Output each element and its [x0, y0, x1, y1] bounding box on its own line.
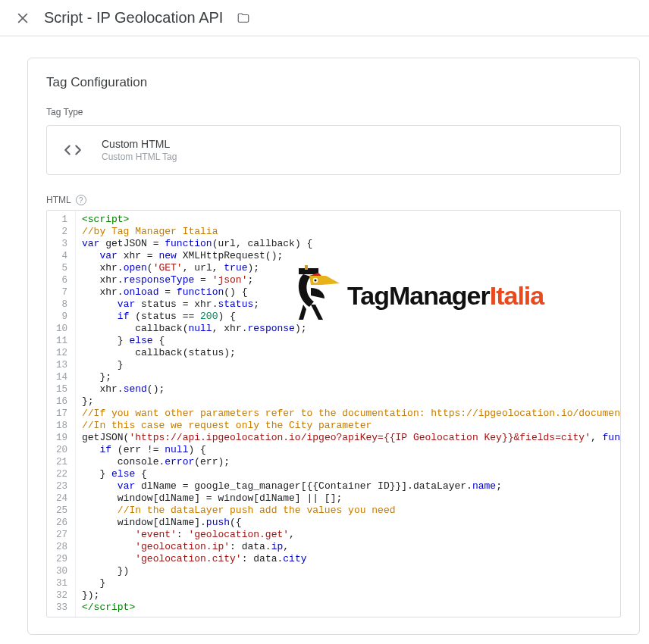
code-line[interactable]: if (status == 200) {: [82, 311, 614, 323]
code-line[interactable]: <script>: [82, 214, 614, 226]
dialog-header: Script - IP Geolocation API: [0, 0, 649, 36]
code-line[interactable]: xhr.send();: [82, 383, 614, 395]
html-code-editor[interactable]: 1234567891011121314151617181920212223242…: [46, 210, 621, 617]
code-line[interactable]: window[dlName].push({: [82, 517, 614, 529]
code-line[interactable]: window[dlName] = window[dlName] || [];: [82, 492, 614, 505]
code-line[interactable]: var getJSON = function(url, callback) {: [82, 238, 614, 250]
tag-configuration-panel: Tag Configuration Tag Type Custom HTML C…: [27, 58, 640, 635]
code-line[interactable]: }: [82, 359, 614, 371]
code-gutter: 1234567891011121314151617181920212223242…: [47, 211, 76, 617]
code-content[interactable]: <script>//by Tag Manager Italiavar getJS…: [76, 211, 620, 617]
code-line[interactable]: xhr.onload = function() {: [82, 286, 614, 299]
code-line[interactable]: }): [82, 565, 614, 577]
code-line[interactable]: }: [82, 577, 614, 589]
code-line[interactable]: };: [82, 371, 614, 383]
code-line[interactable]: //If you want other parameters refer to …: [82, 408, 614, 420]
code-line[interactable]: var dlName = google_tag_manager[{{Contai…: [82, 480, 614, 492]
code-line[interactable]: //In the dataLayer push add the values y…: [82, 505, 614, 517]
code-line[interactable]: 'geolocation.ip': data.ip,: [82, 541, 614, 553]
html-field-label: HTML: [46, 195, 71, 205]
close-icon[interactable]: [15, 11, 30, 26]
code-line[interactable]: console.error(err);: [82, 456, 614, 468]
code-line[interactable]: //by Tag Manager Italia: [82, 226, 614, 238]
folder-icon[interactable]: [237, 11, 250, 25]
code-line[interactable]: });: [82, 589, 614, 602]
tag-type-selector[interactable]: Custom HTML Custom HTML Tag: [46, 125, 621, 175]
code-line[interactable]: xhr.responseType = 'json';: [82, 274, 614, 286]
code-line[interactable]: 'event': 'geolocation.get',: [82, 529, 614, 541]
panel-title: Tag Configuration: [46, 75, 621, 90]
code-line[interactable]: var xhr = new XMLHttpRequest();: [82, 250, 614, 262]
code-brackets-icon: [59, 136, 86, 164]
tag-type-description: Custom HTML Tag: [102, 152, 177, 162]
code-line[interactable]: 'geolocation.city': data.city: [82, 553, 614, 565]
dialog-title: Script - IP Geolocation API: [44, 9, 223, 27]
code-line[interactable]: callback(null, xhr.response);: [82, 323, 614, 335]
code-line[interactable]: callback(status);: [82, 347, 614, 359]
code-line[interactable]: </script>: [82, 602, 614, 614]
code-line[interactable]: };: [82, 395, 614, 408]
code-line[interactable]: } else {: [82, 468, 614, 480]
help-icon[interactable]: ?: [76, 195, 86, 205]
code-line[interactable]: getJSON('https://api.ipgeolocation.io/ip…: [82, 432, 614, 444]
code-line[interactable]: //In this case we request only the City …: [82, 420, 614, 432]
code-line[interactable]: var status = xhr.status;: [82, 299, 614, 311]
code-line[interactable]: } else {: [82, 335, 614, 347]
code-line[interactable]: xhr.open('GET', url, true);: [82, 262, 614, 274]
tag-type-name: Custom HTML: [102, 138, 177, 150]
tag-type-info: Custom HTML Custom HTML Tag: [102, 138, 177, 162]
tag-type-label: Tag Type: [46, 107, 621, 117]
code-line[interactable]: if (err != null) {: [82, 444, 614, 456]
